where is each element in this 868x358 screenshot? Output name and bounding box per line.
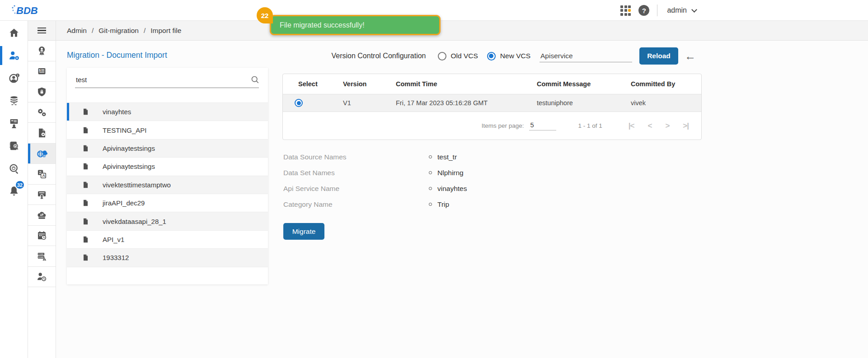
sidebar-item-user-activity[interactable] [28,267,56,288]
app-window: BDB ? admin 22 File migrated successfull… [0,0,868,358]
vcs-config-row: Version Control Configuration Old VCS Ne… [331,47,696,65]
previous-page-icon[interactable]: < [647,121,652,130]
help-icon[interactable]: ? [638,5,649,16]
detail-value: Trip [437,200,449,209]
detail-label: Category Name [283,200,429,209]
first-page-icon[interactable]: |< [629,121,634,130]
breadcrumb-git-migration[interactable]: Git-migration [99,27,139,35]
sidebar-item-git-migration[interactable] [28,144,56,164]
menu-toggle[interactable] [28,21,56,41]
file-name: vivekdataasapi_28_1 [103,218,166,225]
detail-row-api-service: Api Service Name vinayhtes [283,181,467,196]
file-list-item[interactable]: API_v1 [67,231,268,249]
items-per-page-label: Items per page: [482,122,524,129]
file-icon [82,107,89,116]
commit-time-cell: Fri, 17 Mar 2023 05:16:28 GMT [389,99,529,107]
file-icon [82,217,89,226]
file-list-item[interactable]: Apivinaytestsings [67,158,268,176]
breadcrumb-admin[interactable]: Admin [67,27,87,35]
old-vcs-radio[interactable]: Old VCS [438,52,478,60]
sidebar-item-search-data[interactable] [0,157,28,180]
user-admin-icon [8,50,20,61]
migrate-button[interactable]: Migrate [283,223,324,240]
versions-table: Select Version Commit Time Commit Messag… [282,74,702,140]
file-name: vivektesttimestamptwo [103,181,171,189]
table-row: V1 Fri, 17 Mar 2023 05:16:28 GMT testuni… [283,94,701,112]
new-vcs-radio[interactable]: New VCS [487,52,530,60]
detail-label: Api Service Name [283,185,429,193]
bullet-icon [429,155,432,158]
file-list-item[interactable]: 1933312 [67,249,268,267]
next-page-icon[interactable]: > [665,121,669,130]
back-arrow-icon[interactable]: ← [685,51,696,62]
version-select-radio[interactable] [295,99,303,107]
col-header-select: Select [283,80,335,88]
sidebar-item-data-center[interactable] [0,89,28,112]
bullet-icon [429,203,432,206]
table-pagination: Items per page: 5 1 - 1 of 1 |< < > >| [283,112,701,139]
sidebar-item-security[interactable] [28,82,56,102]
sidebar-item-translation[interactable]: A [28,164,56,185]
file-search-input[interactable] [75,75,259,88]
bullet-icon [429,187,432,190]
detail-value: Nlphirng [437,169,464,177]
file-settings-icon [36,127,47,139]
main-content: Admin / Git-migration / Import file Migr… [56,21,868,358]
file-icon [82,181,89,189]
col-header-commit-message: Commit Message [529,80,624,88]
detail-row-data-source: Data Source Names test_tr [283,149,467,165]
chevron-down-icon [691,7,697,13]
git-migration-icon [36,148,47,159]
apps-grid-icon[interactable] [620,5,631,16]
reload-button[interactable]: Reload [639,47,678,65]
file-list-item[interactable]: vinayhtes [67,103,268,121]
file-list-item[interactable]: vivekdataasapi_28_1 [67,212,268,230]
items-per-page-select[interactable]: 5 [529,121,556,130]
file-name: jiraAPI_dec29 [103,199,145,207]
file-name: Apivinaytestsings [103,163,155,170]
hamburger-icon [38,28,46,33]
sidebar-item-user-award[interactable] [28,41,56,61]
file-icon [82,199,89,207]
sidebar-item-user-admin[interactable] [0,44,28,67]
col-header-commit-time: Commit Time [389,80,529,88]
pagination-nav: |< < > >| [629,121,689,130]
bdb-logo-icon: BDB [11,3,41,18]
file-name: API_v1 [103,236,124,243]
bdb-logo[interactable]: BDB [11,3,41,18]
file-icon [82,235,89,244]
sidebar-item-cloud-sync[interactable] [28,205,56,226]
home-icon [8,27,20,39]
file-icon [82,144,89,153]
file-list-item[interactable]: Apivinaytestsings [67,139,268,158]
certificate-icon [36,189,47,200]
service-name-input[interactable] [540,50,632,62]
sidebar-item-settings[interactable] [28,102,56,123]
detail-label: Data Set Names [283,169,429,177]
breadcrumb-import-file[interactable]: Import file [150,27,181,35]
user-menu[interactable]: admin [665,6,698,14]
sidebar-item-user-info[interactable] [0,67,28,89]
annotation-step-badge: 22 [257,7,273,23]
sidebar-item-certificate[interactable] [28,185,56,205]
search-icon[interactable] [250,75,260,84]
svg-text:A: A [42,173,46,178]
sidebar-item-home[interactable] [0,22,28,44]
breadcrumb-separator: / [144,27,145,35]
file-list-item[interactable]: TESTING_API [67,121,268,139]
sidebar-item-scheduler[interactable] [28,226,56,246]
new-vcs-label: New VCS [500,52,530,60]
file-list-item[interactable]: vivektesttimestamptwo [67,176,268,194]
file-list-item[interactable]: jiraAPI_dec29 [67,194,268,212]
sidebar-item-file-settings[interactable] [28,123,56,144]
sidebar-item-data-catalog[interactable] [0,135,28,157]
sidebar-item-training[interactable] [0,112,28,135]
last-page-icon[interactable]: >| [683,121,689,130]
security-icon [36,86,47,98]
sidebar-item-notifications[interactable]: 32 [0,180,28,202]
version-cell: V1 [335,99,389,107]
col-header-version: Version [335,80,389,88]
sidebar-item-server-alert[interactable] [28,246,56,267]
sidebar-item-billing[interactable]: $ [28,61,56,82]
content-body: Migration - Document Import Version Cont… [56,41,868,358]
